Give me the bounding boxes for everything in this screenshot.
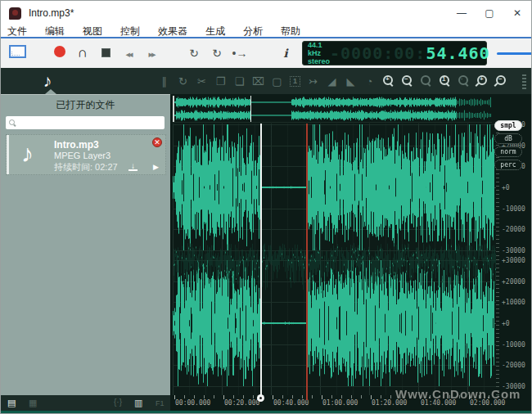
maximize-button[interactable]: ▢ [476, 1, 503, 25]
sidebar-header: 已打开的文件 [1, 95, 170, 113]
selection-tool-button[interactable] [7, 45, 27, 61]
overview-strip[interactable] [173, 96, 492, 123]
file-close-icon[interactable]: ✕ [152, 137, 162, 147]
menu-item-控制[interactable]: 控制 [120, 25, 140, 37]
fade-out-icon[interactable]: ◣ [345, 75, 357, 88]
stop-button[interactable] [96, 46, 115, 61]
transport-buttons: ∩◂◂▸▸↻↻•→i [7, 45, 300, 61]
menu-item-编辑[interactable]: 编辑 [45, 25, 65, 37]
search-icon [9, 119, 15, 125]
f1-badge: F1 [156, 399, 165, 407]
paste-icon[interactable]: ❏ [233, 75, 246, 88]
vzoom-out-icon[interactable]: − [495, 74, 507, 88]
list-view-icon[interactable]: ▤ [7, 398, 16, 408]
amp-label-channel2--20000: -20000 [502, 362, 525, 369]
join-icon[interactable]: ↣ [307, 75, 319, 88]
panel-icon[interactable]: ▥ [134, 398, 142, 408]
trim-icon[interactable]: ▢ [271, 75, 283, 88]
record-icon [54, 46, 65, 57]
grid-view-icon[interactable]: ▦ [29, 398, 37, 408]
timeline-label-00:00.000: 00:00.000 [175, 399, 210, 407]
amp-label-channel1--30000: -30000 [502, 247, 525, 254]
channel-mode: stereo [308, 57, 330, 65]
redo-icon[interactable]: ↻ [177, 75, 189, 88]
play-through-icon: •→ [232, 47, 248, 60]
music-note-icon: ♪ [43, 71, 52, 91]
loop-button[interactable]: ↻ [184, 46, 204, 61]
selection-cursor[interactable] [260, 124, 262, 397]
cut-icon[interactable]: ✂ [196, 75, 208, 88]
zoom-one-icon[interactable]: 1 [439, 74, 451, 88]
info-button[interactable]: i [276, 46, 295, 61]
scale-mode-smpl[interactable]: smpl [494, 120, 522, 131]
file-save-icon[interactable]: ↓ [128, 162, 138, 171]
amp-label-channel1--20000: -20000 [502, 226, 525, 233]
copy-icon[interactable]: ❐ [214, 75, 227, 88]
zoom-fit-icon[interactable] [420, 74, 432, 88]
tab-pointer [45, 89, 56, 94]
info-icon: i [283, 47, 287, 60]
overview-cursor-marker[interactable] [250, 96, 251, 122]
file-card[interactable]: ♪ Intro.mp3 MPEG Layer3 持续时间: 02:27 ✕ ↓ … [6, 134, 166, 175]
zoom-out-icon[interactable]: − [401, 74, 413, 88]
rewind-button[interactable]: ◂◂ [119, 46, 138, 61]
file-duration: 持续时间: 02:27 [54, 161, 118, 173]
app-icon [9, 7, 21, 20]
scale-mode-dB[interactable]: dB [494, 133, 522, 144]
overview-waveform[interactable] [173, 96, 492, 122]
file-play-icon[interactable]: ▶ [153, 163, 159, 171]
vzoom-in-icon[interactable]: + [476, 74, 489, 88]
titlebar: Intro.mp3* — ▢ ✕ [1, 1, 531, 25]
app-window: Intro.mp3* — ▢ ✕ 文件编辑视图控制效果器生成分析帮助 ∩◂◂▸▸… [0, 0, 532, 414]
window-title: Intro.mp3* [29, 7, 74, 19]
separator-icon[interactable]: ∥ [158, 75, 170, 88]
waveform-view[interactable] [173, 124, 496, 395]
menubar: 文件编辑视图控制效果器生成分析帮助 [1, 25, 531, 37]
volume-track[interactable] [497, 52, 532, 55]
time-digits: -0000:00:54.460 [330, 43, 495, 63]
delete-icon[interactable]: ⌧ [252, 75, 264, 88]
gain-icon[interactable]: ◔ [363, 75, 376, 88]
loop-icon: ↻ [189, 47, 199, 60]
file-name: Intro.mp3 [54, 139, 99, 151]
amp-label-channel2--10000: -10000 [502, 341, 525, 349]
toolbar-grip[interactable] [522, 73, 526, 89]
search-input[interactable] [6, 116, 165, 129]
stereo-waveform[interactable] [173, 124, 496, 395]
zoom-selection-icon[interactable]: · [458, 74, 470, 88]
sidebar: 已打开的文件 ♪ Intro.mp3 MPEG Layer3 持续时间: 02:… [1, 94, 170, 395]
braces-icon[interactable]: {·} [114, 398, 122, 407]
forward-button[interactable]: ▸▸ [142, 46, 161, 61]
amp-label-channel2-+30000: +30000 [502, 257, 525, 264]
menu-item-效果器[interactable]: 效果器 [158, 25, 187, 37]
menu-item-生成[interactable]: 生成 [205, 25, 225, 37]
record-button[interactable] [50, 46, 70, 61]
bottom-strip [1, 411, 531, 414]
edit-icons: ∥↻✂❐❏⌧▢1↣◢◣◔+−1·+− [158, 68, 507, 94]
volume-slider[interactable] [497, 47, 531, 60]
close-button[interactable]: ✕ [503, 1, 531, 25]
scale-mode-norm[interactable]: norm [494, 146, 522, 157]
amp-label-channel1-+0: +0 [502, 184, 510, 191]
play-cursor[interactable] [306, 124, 308, 400]
window-controls: — ▢ ✕ [448, 1, 531, 25]
minimize-button[interactable]: — [448, 1, 476, 25]
time-display: 44.1 kHz stereo -0000:00:54.460 [302, 41, 487, 65]
scale-mode-perc[interactable]: perc [494, 160, 522, 170]
fade-in-icon[interactable]: ◢ [326, 75, 338, 88]
rewind-icon: ◂◂ [125, 49, 131, 59]
amp-label-channel1--10000: -10000 [502, 205, 525, 213]
zoom-in-icon[interactable]: + [382, 74, 394, 88]
menu-item-文件[interactable]: 文件 [7, 25, 27, 37]
monitor-button[interactable]: ∩ [73, 46, 92, 61]
transport-toolbar: ∩◂◂▸▸↻↻•→i 44.1 kHz stereo -0000:00:54.4… [1, 38, 531, 68]
loop-once-button[interactable]: ↻ [207, 46, 227, 61]
watermark: Www.CnDown.Com [395, 387, 521, 401]
menu-item-视图[interactable]: 视图 [83, 25, 102, 37]
loop-once-icon: ↻ [212, 47, 222, 60]
menu-item-分析[interactable]: 分析 [243, 25, 263, 37]
insert-silence-icon[interactable]: 1 [290, 76, 300, 87]
menu-item-帮助[interactable]: 帮助 [281, 25, 300, 37]
time-value: 54.460 [426, 43, 489, 63]
play-through-button[interactable]: •→ [230, 46, 250, 61]
